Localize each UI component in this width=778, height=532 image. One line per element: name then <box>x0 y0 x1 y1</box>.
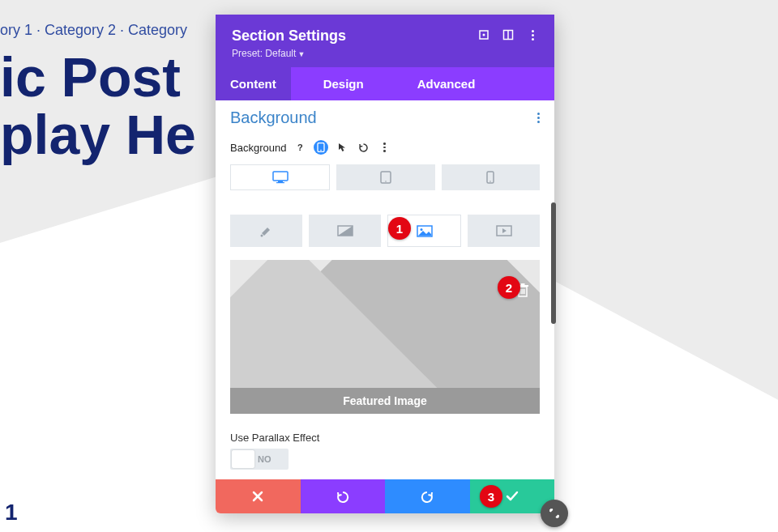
bg-type-gradient[interactable] <box>309 215 381 247</box>
resize-handle[interactable] <box>541 500 568 527</box>
responsive-device-segment <box>230 164 540 190</box>
svg-rect-7 <box>278 181 283 182</box>
callout-3: 3 <box>480 485 502 508</box>
svg-rect-8 <box>276 182 284 183</box>
expand-icon[interactable] <box>478 29 489 40</box>
device-phone-button[interactable] <box>442 164 540 190</box>
device-tablet-button[interactable] <box>336 164 434 190</box>
parallax-label: Use Parallax Effect <box>230 432 540 444</box>
toggle-no-label: NO <box>258 454 271 464</box>
background-field-label-row: Background ? <box>230 140 540 155</box>
svg-rect-23 <box>521 283 525 285</box>
image-caption: Featured Image <box>230 388 540 414</box>
bg-type-video[interactable] <box>468 215 540 247</box>
toggle-knob <box>232 450 254 468</box>
background-image-preview[interactable]: Featured Image <box>230 260 540 414</box>
device-desktop-button[interactable] <box>230 164 330 190</box>
scrollbar[interactable] <box>551 202 556 324</box>
undo-button[interactable] <box>301 479 386 513</box>
svg-point-5 <box>321 150 323 151</box>
post-title: ic Post play He <box>0 49 196 164</box>
help-icon[interactable]: ? <box>293 140 307 155</box>
panel-title: Section Settings <box>232 28 478 45</box>
section-title-row: Background <box>230 109 540 127</box>
preset-selector[interactable]: Preset: Default▼ <box>232 48 478 59</box>
svg-rect-6 <box>273 172 288 181</box>
svg-point-13 <box>260 235 263 237</box>
tab-advanced[interactable]: Advanced <box>403 67 490 100</box>
more-vertical-icon <box>532 30 534 40</box>
svg-point-12 <box>490 181 492 182</box>
reset-icon[interactable] <box>356 140 370 155</box>
bg-type-color[interactable] <box>230 215 302 247</box>
phone-responsive-icon[interactable] <box>314 140 328 155</box>
heading-1: 1 <box>5 500 18 526</box>
parallax-toggle[interactable]: NO <box>230 449 289 470</box>
callout-1: 1 <box>388 217 411 240</box>
preset-label: Preset: Default <box>232 48 296 59</box>
close-button[interactable] <box>216 479 301 513</box>
svg-point-1 <box>483 34 485 36</box>
panel-more-icon[interactable] <box>527 29 538 40</box>
post-meta-categories: ory 1 · Category 2 · Category <box>0 22 187 39</box>
tab-design[interactable]: Design <box>309 67 378 100</box>
field-more-icon[interactable] <box>377 140 391 155</box>
post-title-line1: ic Post <box>0 46 181 108</box>
section-more-icon[interactable] <box>537 113 540 123</box>
section-settings-panel: Section Settings Preset: Default▼ Conten… <box>216 15 554 513</box>
more-vertical-icon <box>537 113 540 123</box>
svg-point-10 <box>385 181 387 182</box>
panel-tabs: Content Design Advanced <box>216 67 554 100</box>
section-title-background[interactable]: Background <box>230 109 317 127</box>
svg-point-16 <box>420 228 422 231</box>
redo-button[interactable] <box>385 479 470 513</box>
callout-2: 2 <box>498 276 520 299</box>
background-field-label: Background <box>230 142 286 154</box>
post-title-line2: play He <box>0 104 196 165</box>
hover-icon[interactable] <box>335 140 349 155</box>
snap-icon[interactable] <box>502 29 514 40</box>
panel-header-titles: Section Settings Preset: Default▼ <box>232 28 478 59</box>
header-icons <box>478 28 538 40</box>
caret-down-icon: ▼ <box>297 50 305 58</box>
more-vertical-icon <box>383 143 386 152</box>
panel-footer <box>216 479 554 513</box>
background-type-tabs <box>230 215 540 247</box>
tab-content[interactable]: Content <box>216 67 291 100</box>
panel-header: Section Settings Preset: Default▼ <box>216 15 554 67</box>
